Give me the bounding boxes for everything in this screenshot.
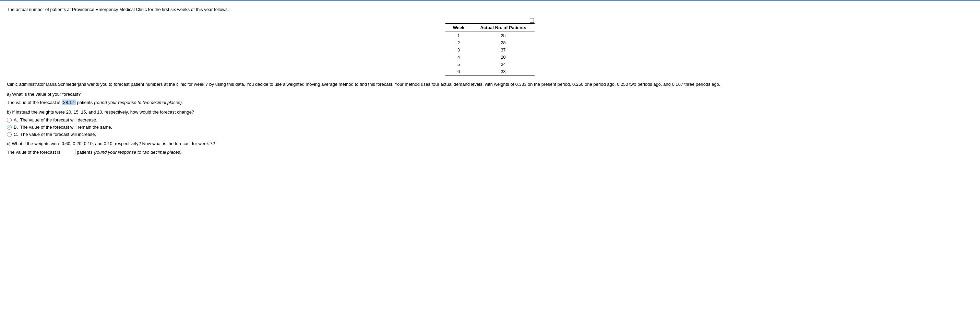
- table-cell-week: 5: [445, 61, 472, 68]
- table-cell-patients: 25: [472, 32, 535, 39]
- table-cell-patients: 20: [472, 54, 535, 61]
- table-cell-patients: 37: [472, 46, 535, 54]
- radio-circle: [7, 132, 12, 137]
- top-border-bar: [0, 0, 980, 1]
- patients-table: Week Actual No. of Patients 125228337420…: [445, 23, 535, 75]
- part-a-answer-value: 28.17: [62, 99, 76, 106]
- table-row: 524: [445, 61, 535, 68]
- table-cell-week: 3: [445, 46, 472, 54]
- part-c-answer-prefix: The value of the forecast is: [7, 150, 60, 155]
- part-a-question: a) What is the value of your forecast?: [7, 92, 973, 97]
- table-row: 420: [445, 54, 535, 61]
- option-text: The value of the forecast will increase.: [20, 132, 96, 137]
- radio-option-a[interactable]: A.The value of the forecast will decreas…: [7, 117, 973, 123]
- option-letter: B.: [14, 125, 18, 130]
- part-c-answer-input[interactable]: [62, 149, 75, 155]
- table-row: 228: [445, 39, 535, 46]
- table-row: 337: [445, 46, 535, 54]
- radio-option-c[interactable]: C.The value of the forecast will increas…: [7, 132, 973, 137]
- radio-circle: [7, 125, 12, 130]
- part-a-note: (round your response to two decimal plac…: [94, 100, 183, 105]
- part-a-answer-prefix: The value of the forecast is: [7, 100, 60, 105]
- part-c-answer-row: The value of the forecast is patients (r…: [7, 149, 973, 155]
- option-letter: C.: [14, 132, 18, 137]
- table-row: 633: [445, 68, 535, 75]
- option-text: The value of the forecast will decrease.: [20, 117, 97, 123]
- table-header-patients: Actual No. of Patients: [472, 23, 535, 32]
- part-c-note: (round your response to two decimal plac…: [94, 150, 183, 155]
- table-header-week: Week: [445, 23, 472, 32]
- table-cell-week: 2: [445, 39, 472, 46]
- data-table-container: Week Actual No. of Patients 125228337420…: [7, 19, 973, 75]
- table-cell-patients: 28: [472, 39, 535, 46]
- part-b-question: b) If instead the weights were 20, 15, 1…: [7, 109, 973, 115]
- part-a-answer-suffix: patients: [77, 100, 93, 105]
- option-letter: A.: [14, 117, 18, 123]
- radio-circle: [7, 118, 12, 123]
- table-row: 125: [445, 32, 535, 39]
- table-cell-week: 1: [445, 32, 472, 39]
- option-text: The value of the forecast will remain th…: [20, 125, 112, 130]
- table-cell-patients: 33: [472, 68, 535, 75]
- table-cell-week: 6: [445, 68, 472, 75]
- part-c-answer-suffix: patients: [77, 150, 92, 155]
- clinic-description: Clinic administrator Dana Schniederjans …: [7, 81, 973, 88]
- table-icon: [530, 19, 534, 22]
- part-b-options: A.The value of the forecast will decreas…: [7, 117, 973, 137]
- radio-option-b[interactable]: B.The value of the forecast will remain …: [7, 125, 973, 130]
- part-a-answer-row: The value of the forecast is 28.17 patie…: [7, 99, 973, 106]
- part-c-question: c) What if the weights were 0.60, 0.20, …: [7, 141, 973, 146]
- intro-text: The actual number of patients at Provide…: [7, 6, 973, 13]
- table-cell-patients: 24: [472, 61, 535, 68]
- table-cell-week: 4: [445, 54, 472, 61]
